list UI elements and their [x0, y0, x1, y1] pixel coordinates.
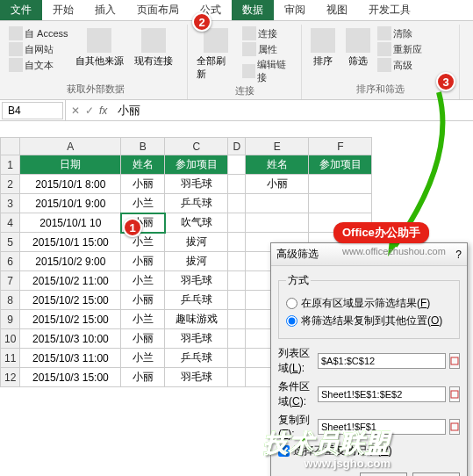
btn-from-web[interactable]: 自网站	[9, 42, 68, 56]
cell-A9[interactable]: 2015/10/2 15:00	[20, 310, 121, 329]
tab-dev[interactable]: 开发工具	[358, 0, 421, 20]
cell-A5[interactable]: 2015/10/1 15:00	[20, 233, 121, 252]
cell-F1[interactable]: 参加项目	[309, 155, 372, 175]
tab-layout[interactable]: 页面布局	[126, 0, 190, 20]
cell-C1[interactable]: 参加项目	[165, 155, 228, 175]
cell-E1[interactable]: 姓名	[246, 155, 309, 175]
cell-F2[interactable]	[309, 175, 372, 194]
cell-B9[interactable]: 小兰	[121, 310, 165, 329]
cell-B1[interactable]: 姓名	[121, 155, 165, 175]
btn-filter[interactable]: 筛选	[342, 26, 374, 69]
btn-refresh-all[interactable]: 全部刷新	[193, 26, 239, 83]
radio-copy-to[interactable]	[286, 315, 297, 327]
row-header-8[interactable]: 8	[1, 291, 20, 310]
row-header-7[interactable]: 7	[1, 271, 20, 291]
tab-file[interactable]: 文件	[0, 0, 42, 20]
row-header-11[interactable]: 11	[1, 349, 20, 368]
radio-show-inplace-label[interactable]: 在原有区域显示筛选结果(F)	[301, 296, 430, 311]
cell-B6[interactable]: 小丽	[121, 252, 165, 271]
btn-advanced[interactable]: 高级	[377, 58, 422, 72]
cell-D1[interactable]	[228, 155, 246, 175]
list-range-ref-icon[interactable]	[449, 353, 460, 369]
radio-show-inplace[interactable]	[286, 298, 297, 309]
col-header-E[interactable]: E	[246, 138, 309, 155]
cell-E2[interactable]: 小丽	[246, 175, 309, 194]
btn-edit-links[interactable]: 编辑链接	[242, 58, 296, 84]
name-box[interactable]	[2, 102, 63, 119]
row-header-9[interactable]: 9	[1, 310, 20, 329]
cell-C3[interactable]: 乒乓球	[165, 194, 228, 213]
cell-C11[interactable]: 乒乓球	[165, 349, 228, 368]
col-header-C[interactable]: C	[165, 138, 228, 155]
corner-select-all[interactable]	[1, 138, 20, 155]
cell-C12[interactable]: 羽毛球	[165, 368, 228, 387]
btn-existing-conn[interactable]: 现有连接	[131, 26, 176, 69]
cell-A10[interactable]: 2015/10/3 10:00	[20, 329, 121, 349]
cell-B11[interactable]: 小兰	[121, 349, 165, 368]
btn-from-access[interactable]: 自 Access	[9, 26, 68, 40]
row-header-4[interactable]: 4	[1, 213, 20, 233]
cell-C5[interactable]: 拔河	[165, 233, 228, 252]
row-header-10[interactable]: 10	[1, 329, 20, 349]
criteria-range-input[interactable]	[318, 386, 446, 402]
formula-input[interactable]	[112, 102, 270, 119]
cell-C9[interactable]: 趣味游戏	[165, 310, 228, 329]
tab-insert[interactable]: 插入	[84, 0, 126, 20]
col-header-F[interactable]: F	[309, 138, 372, 155]
btn-connections[interactable]: 连接	[242, 26, 296, 40]
cell-B10[interactable]: 小丽	[121, 329, 165, 349]
cell-A4[interactable]: 2015/10/1 10	[20, 213, 121, 233]
cell-A1[interactable]: 日期	[20, 155, 121, 175]
cell-C6[interactable]: 拔河	[165, 252, 228, 271]
list-range-input[interactable]	[318, 353, 446, 369]
cell-A3[interactable]: 2015/10/1 9:00	[20, 194, 121, 213]
cancel-button[interactable]: 取消	[412, 472, 460, 476]
cell-A7[interactable]: 2015/10/2 11:00	[20, 271, 121, 291]
cell-B7[interactable]: 小兰	[121, 271, 165, 291]
col-header-A[interactable]: A	[20, 138, 121, 155]
cell-A8[interactable]: 2015/10/2 15:00	[20, 291, 121, 310]
btn-clear[interactable]: 清除	[377, 26, 422, 40]
cell-C8[interactable]: 乒乓球	[165, 291, 228, 310]
tab-home[interactable]: 开始	[42, 0, 84, 20]
criteria-range-ref-icon[interactable]	[449, 386, 460, 402]
cell-A11[interactable]: 2015/10/3 11:00	[20, 349, 121, 368]
row-header-12[interactable]: 12	[1, 368, 20, 387]
btn-from-text[interactable]: 自文本	[9, 58, 68, 72]
row-header-6[interactable]: 6	[1, 252, 20, 271]
other-sources-icon	[87, 28, 111, 53]
ok-button[interactable]: 确定	[360, 472, 407, 476]
dialog-help-icon[interactable]: ?	[455, 249, 462, 261]
cell-B8[interactable]: 小丽	[121, 291, 165, 310]
row-header-1[interactable]: 1	[1, 155, 20, 175]
btn-reapply[interactable]: 重新应	[377, 42, 422, 56]
cell-C10[interactable]: 羽毛球	[165, 329, 228, 349]
radio-copy-to-label[interactable]: 将筛选结果复制到其他位置(O)	[301, 314, 442, 328]
group-label-external: 获取外部数据	[9, 83, 182, 97]
tab-view[interactable]: 视图	[316, 0, 358, 20]
cancel-icon[interactable]: ✕	[71, 105, 80, 117]
copy-to-ref-icon[interactable]	[449, 419, 460, 435]
col-header-D[interactable]: D	[228, 138, 246, 155]
tab-data[interactable]: 数据	[232, 0, 274, 20]
cell-C2[interactable]: 羽毛球	[165, 175, 228, 194]
cell-B2[interactable]: 小丽	[121, 175, 165, 194]
cell-A6[interactable]: 2015/10/2 9:00	[20, 252, 121, 271]
cell-C7[interactable]: 羽毛球	[165, 271, 228, 291]
btn-sort-asc[interactable]: 排序	[307, 26, 339, 69]
col-header-B[interactable]: B	[121, 138, 165, 155]
row-header-5[interactable]: 5	[1, 233, 20, 252]
cell-B12[interactable]: 小丽	[121, 368, 165, 387]
enter-icon[interactable]: ✓	[85, 105, 94, 117]
btn-other-sources[interactable]: 自其他来源	[72, 26, 127, 69]
btn-properties[interactable]: 属性	[242, 42, 296, 56]
cell-D2[interactable]	[228, 175, 246, 194]
tab-review[interactable]: 审阅	[274, 0, 316, 20]
row-header-2[interactable]: 2	[1, 175, 20, 194]
cell-B3[interactable]: 小兰	[121, 194, 165, 213]
cell-C4[interactable]: 吹气球	[165, 213, 228, 233]
row-header-3[interactable]: 3	[1, 194, 20, 213]
fx-icon[interactable]: fx	[99, 105, 107, 117]
cell-A2[interactable]: 2015/10/1 8:00	[20, 175, 121, 194]
cell-A12[interactable]: 2015/10/3 15:00	[20, 368, 121, 387]
